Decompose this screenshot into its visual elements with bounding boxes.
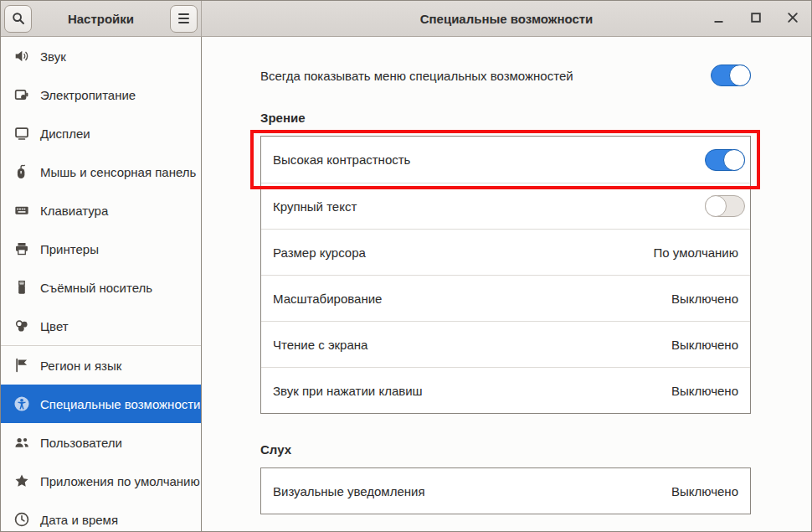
toggle-knob xyxy=(723,149,745,171)
sidebar-item-removable-media[interactable]: Съёмный носитель xyxy=(1,268,201,307)
zoom-row[interactable]: Масштабирование Выключено xyxy=(261,275,750,321)
display-icon xyxy=(14,126,29,141)
vision-settings-group: Высокая контрастность Крупный текст Разм… xyxy=(260,136,751,414)
users-icon xyxy=(14,435,29,450)
sidebar-item-default-apps[interactable]: Приложения по умолчанию xyxy=(1,462,201,500)
sidebar-item-region-language[interactable]: Регион и язык xyxy=(1,346,201,385)
large-text-row[interactable]: Крупный текст xyxy=(261,183,750,229)
sidebar-item-displays[interactable]: Дисплеи xyxy=(1,114,201,152)
sound-keys-value: Выключено xyxy=(671,384,738,398)
sidebar-item-label: Приложения по умолчанию xyxy=(40,474,200,488)
sound-keys-label: Звук при нажатии клавиш xyxy=(273,384,423,398)
sidebar-item-label: Съёмный носитель xyxy=(40,281,152,295)
hamburger-menu-icon xyxy=(178,13,189,23)
large-text-toggle[interactable] xyxy=(705,195,745,217)
always-show-menu-row[interactable]: Всегда показывать меню специальных возмо… xyxy=(260,59,751,92)
cursor-size-row[interactable]: Размер курсора По умолчанию xyxy=(261,229,750,275)
accessibility-panel: Всегда показывать меню специальных возмо… xyxy=(202,37,811,531)
high-contrast-row[interactable]: Высокая контрастность xyxy=(261,137,750,183)
sidebar-item-label: Дисплеи xyxy=(40,127,90,141)
window-controls xyxy=(711,1,801,36)
zoom-label: Масштабирование xyxy=(273,292,382,306)
close-button[interactable] xyxy=(784,10,801,27)
window-body: Звук Электропитание Дисплеи Мышь и сенсо… xyxy=(1,37,811,531)
sidebar-item-date-time[interactable]: Дата и время xyxy=(1,500,201,531)
color-circles-icon xyxy=(14,318,29,333)
headerbar: Настройки Специальные возможности xyxy=(1,1,811,37)
usb-drive-icon xyxy=(14,280,29,295)
cursor-size-label: Размер курсора xyxy=(273,245,366,260)
sidebar: Звук Электропитание Дисплеи Мышь и сенсо… xyxy=(1,37,202,531)
sidebar-item-accessibility[interactable]: Специальные возможности xyxy=(1,385,201,423)
flag-icon xyxy=(14,358,29,373)
cursor-size-value: По умолчанию xyxy=(654,245,738,260)
sidebar-item-keyboard[interactable]: Клавиатура xyxy=(1,191,201,230)
high-contrast-toggle[interactable] xyxy=(705,149,745,171)
headerbar-sidebar-section: Настройки xyxy=(1,1,202,36)
menu-button[interactable] xyxy=(170,5,198,33)
sidebar-item-label: Специальные возможности xyxy=(40,397,201,411)
search-icon xyxy=(12,12,25,25)
keyboard-icon xyxy=(14,203,29,218)
accessibility-icon xyxy=(14,396,29,411)
sidebar-item-label: Звук xyxy=(40,49,66,64)
printer-icon xyxy=(14,241,29,256)
sidebar-item-power[interactable]: Электропитание xyxy=(1,75,201,114)
high-contrast-label: Высокая контрастность xyxy=(273,152,410,167)
zoom-value: Выключено xyxy=(671,292,738,306)
maximize-button[interactable] xyxy=(748,10,764,27)
visual-alerts-value: Выключено xyxy=(671,484,738,498)
sidebar-item-label: Пользователи xyxy=(40,436,122,450)
sidebar-item-label: Дата и время xyxy=(40,513,118,527)
speaker-icon xyxy=(14,49,29,64)
screen-reader-row[interactable]: Чтение с экрана Выключено xyxy=(261,321,750,367)
sidebar-item-printers[interactable]: Принтеры xyxy=(1,230,201,268)
section-title-vision: Зрение xyxy=(260,111,751,126)
search-button[interactable] xyxy=(4,5,32,33)
sidebar-item-label: Регион и язык xyxy=(40,359,121,373)
toggle-knob xyxy=(705,195,727,217)
sidebar-item-color[interactable]: Цвет xyxy=(1,307,201,345)
minimize-button[interactable] xyxy=(711,10,727,27)
headerbar-content-section: Специальные возможности xyxy=(202,1,811,36)
settings-window: Настройки Специальные возможности xyxy=(0,0,812,532)
sound-keys-row[interactable]: Звук при нажатии клавиш Выключено xyxy=(261,367,750,413)
visual-alerts-label: Визуальные уведомления xyxy=(273,484,425,498)
always-show-menu-label: Всегда показывать меню специальных возмо… xyxy=(260,69,573,83)
sidebar-item-label: Мышь и сенсорная панель xyxy=(40,165,196,179)
minimize-icon xyxy=(712,11,726,27)
sidebar-item-label: Принтеры xyxy=(40,242,99,256)
page-title: Специальные возможности xyxy=(420,12,594,26)
mouse-icon xyxy=(14,164,29,179)
visual-alerts-row[interactable]: Визуальные уведомления Выключено xyxy=(261,468,750,514)
close-icon xyxy=(786,11,799,27)
battery-icon xyxy=(14,87,29,102)
maximize-icon xyxy=(749,11,763,27)
star-icon xyxy=(14,473,29,488)
hearing-settings-group: Визуальные уведомления Выключено xyxy=(260,467,751,514)
sidebar-item-label: Цвет xyxy=(40,319,69,333)
sidebar-item-mouse-touchpad[interactable]: Мышь и сенсорная панель xyxy=(1,152,201,191)
sidebar-item-sound[interactable]: Звук xyxy=(1,37,201,75)
sidebar-item-users[interactable]: Пользователи xyxy=(1,423,201,462)
always-show-menu-toggle[interactable] xyxy=(711,65,751,86)
section-title-hearing: Слух xyxy=(260,442,751,457)
sidebar-item-label: Клавиатура xyxy=(40,204,108,218)
clock-icon xyxy=(14,512,29,527)
large-text-label: Крупный текст xyxy=(273,199,357,214)
content-column: Всегда показывать меню специальных возмо… xyxy=(260,59,751,514)
sidebar-window-title: Настройки xyxy=(68,12,134,26)
screen-reader-label: Чтение с экрана xyxy=(273,338,367,352)
screen-reader-value: Выключено xyxy=(671,338,738,352)
toggle-knob xyxy=(729,65,751,86)
sidebar-item-label: Электропитание xyxy=(40,88,136,102)
